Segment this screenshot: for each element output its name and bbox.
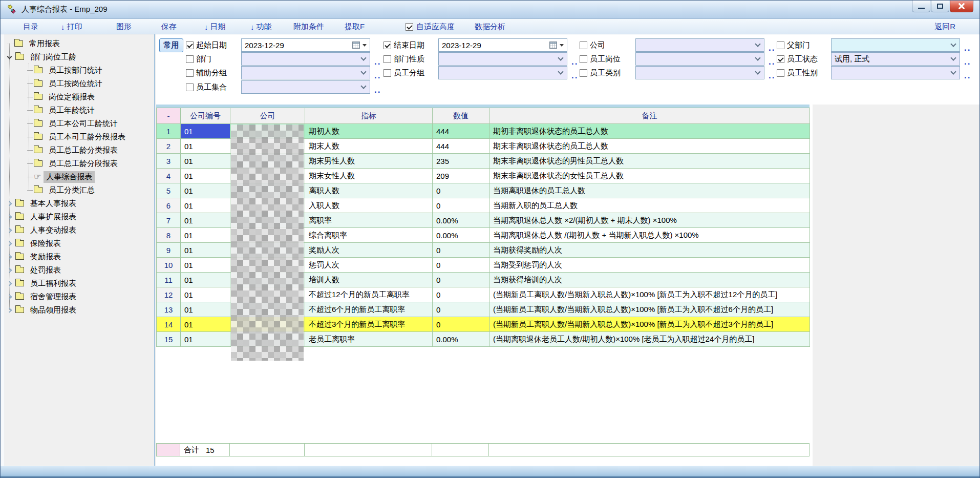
emp-gender-select[interactable] — [831, 66, 960, 79]
tree-item-emp-age-stats[interactable]: 员工年龄统计 — [27, 104, 97, 116]
tree-item-supplies-reports[interactable]: 物品领用报表 — [8, 304, 79, 316]
chevron-down-icon[interactable] — [558, 55, 563, 60]
menu-item-extra-condition[interactable]: 附加条件 — [293, 19, 324, 34]
table-row[interactable]: 1301不超过6个月的新员工离职率0(当期新员工离职人数/当期新入职总人数)×1… — [157, 302, 810, 317]
chevron-right-icon[interactable] — [7, 294, 12, 299]
emp-category-checkbox[interactable] — [580, 69, 587, 77]
company-select[interactable] — [635, 38, 764, 52]
table-row[interactable]: 901奖励人次0当期获得奖励的人次 — [157, 243, 810, 258]
end-date-input[interactable]: 2023-12-29 — [438, 38, 567, 52]
aux-group-checkbox[interactable] — [186, 69, 194, 77]
menu-item-save[interactable]: 保存 — [161, 19, 177, 34]
end-date-checkbox[interactable] — [384, 41, 391, 49]
common-tab-button[interactable]: 常用 — [159, 38, 183, 52]
emp-gender-checkbox[interactable] — [777, 69, 784, 77]
table-row[interactable]: 401期末女性人数209期末非离职退休状态的女性员工总人数 — [157, 169, 810, 183]
tree-item-hr-change-reports[interactable]: 人事变动报表 — [8, 224, 79, 236]
emp-status-checkbox[interactable] — [777, 55, 784, 63]
tree-item-company-tenure-stats[interactable]: 员工本公司工龄统计 — [27, 117, 120, 130]
menu-item-auto-height[interactable]: 自适应高度 — [406, 19, 455, 34]
chevron-right-icon[interactable] — [7, 214, 12, 219]
chevron-down-icon[interactable] — [950, 41, 956, 47]
emp-position-browse-button[interactable]: .. — [769, 52, 775, 66]
maximize-button[interactable] — [931, 1, 949, 12]
dept-type-checkbox[interactable] — [384, 55, 391, 63]
chevron-down-icon[interactable] — [7, 54, 12, 59]
chevron-down-icon[interactable] — [950, 55, 956, 60]
chevron-down-icon[interactable] — [755, 41, 760, 47]
auto-height-checkbox[interactable] — [406, 23, 413, 31]
table-row[interactable]: 1501老员工离职率0.00%(当期离职退休老员工人数/期初人数)×100% [… — [157, 332, 810, 347]
company-checkbox[interactable] — [580, 41, 587, 49]
tree-item-dormitory-reports[interactable]: 宿舍管理报表 — [8, 290, 79, 303]
menu-item-extract[interactable]: 提取F — [345, 19, 365, 34]
aux-group-select[interactable] — [241, 66, 370, 79]
menu-item-data-analysis[interactable]: 数据分析 — [475, 19, 505, 34]
dept-select[interactable] — [241, 52, 370, 66]
chevron-down-icon[interactable] — [755, 69, 760, 74]
emp-category-select[interactable] — [635, 66, 764, 79]
parent-dept-browse-button[interactable]: .. — [964, 38, 971, 52]
chevron-right-icon[interactable] — [7, 254, 12, 259]
chevron-down-icon[interactable] — [755, 55, 760, 60]
menu-item-function[interactable]: ↓功能 — [250, 19, 272, 34]
table-row[interactable]: 301期末男性人数235期末非离职退休状态的男性员工总人数 — [157, 154, 810, 169]
tree-item-emp-classification-summary[interactable]: 员工分类汇总 — [27, 184, 97, 196]
menu-item-catalog[interactable]: 目录 — [23, 19, 38, 34]
emp-position-checkbox[interactable] — [580, 55, 587, 63]
tree-item-emp-welfare-reports[interactable]: 员工福利报表 — [8, 277, 79, 289]
chevron-right-icon[interactable] — [7, 267, 12, 273]
emp-group-browse-button[interactable]: .. — [571, 66, 578, 79]
dept-type-select[interactable] — [438, 52, 567, 66]
company-browse-button[interactable]: .. — [769, 38, 775, 52]
tree-item-penalty-reports[interactable]: 处罚报表 — [8, 264, 63, 276]
dept-browse-button[interactable]: .. — [374, 52, 381, 66]
table-row[interactable]: 601入职人数0当期新入职的员工总人数 — [157, 198, 810, 213]
emp-status-select[interactable]: 试用, 正式 — [831, 52, 960, 66]
parent-dept-select[interactable] — [831, 38, 960, 52]
column-header-company[interactable]: 公司 — [230, 108, 305, 124]
chevron-right-icon[interactable] — [7, 241, 12, 246]
table-row[interactable]: 701离职率0.00%当期离职退休总人数 ×2/(期初人数 + 期末人数) ×1… — [157, 213, 810, 228]
tree-item-reward-reports[interactable]: 奖励报表 — [8, 251, 63, 263]
chevron-right-icon[interactable] — [7, 281, 12, 286]
dropdown-arrow-icon[interactable] — [363, 44, 367, 47]
table-row-highlighted[interactable]: 1401不超过3个月的新员工离职率0(当期新员工离职人数/当期新入职总人数)×1… — [157, 317, 810, 332]
tree-item-total-tenure-category[interactable]: 员工总工龄分类报表 — [27, 144, 120, 156]
column-header-remark[interactable]: 备注 — [489, 108, 810, 124]
table-row[interactable]: 501离职人数0当期离职退休的员工总人数 — [157, 183, 810, 198]
close-button[interactable] — [950, 1, 973, 12]
emp-group-select[interactable] — [438, 66, 567, 79]
emp-group-checkbox[interactable] — [384, 69, 391, 77]
emp-set-checkbox[interactable] — [186, 84, 194, 91]
emp-category-browse-button[interactable]: .. — [769, 66, 775, 79]
tree-item-common-reports[interactable]: 常用报表 — [8, 37, 62, 50]
tree-item-dept-position-tenure[interactable]: 部门岗位工龄 — [8, 51, 79, 63]
tree-item-company-tenure-segment[interactable]: 员工本司工龄分段报表 — [27, 131, 128, 143]
column-header-company-code[interactable]: 公司编号 — [181, 108, 230, 124]
chevron-down-icon[interactable] — [360, 55, 366, 60]
table-row[interactable]: 101期初人数444期初非离职退休状态的员工总人数 — [157, 124, 810, 139]
chevron-down-icon[interactable] — [360, 83, 366, 89]
tree-item-position-quota[interactable]: 岗位定额报表 — [27, 91, 97, 103]
table-row[interactable]: 1001惩罚人次0当期受到惩罚的人次 — [157, 258, 810, 273]
chevron-down-icon[interactable] — [558, 69, 563, 74]
tree-item-insurance-reports[interactable]: 保险报表 — [8, 237, 63, 250]
emp-status-browse-button[interactable]: .. — [964, 52, 971, 66]
emp-position-select[interactable] — [635, 52, 764, 66]
tree-item-emp-by-dept[interactable]: 员工按部门统计 — [27, 64, 105, 76]
chevron-right-icon[interactable] — [7, 227, 12, 233]
emp-set-browse-button[interactable]: .. — [374, 80, 381, 94]
calendar-icon[interactable] — [352, 41, 360, 49]
menu-item-graph[interactable]: 图形 — [116, 19, 132, 34]
tree-item-hr-extended-reports[interactable]: 人事扩展报表 — [8, 211, 79, 223]
aux-group-browse-button[interactable]: .. — [374, 66, 381, 79]
parent-dept-checkbox[interactable] — [777, 41, 784, 49]
tree-item-hr-comprehensive-report[interactable]: ☞人事综合报表 — [27, 171, 95, 183]
column-header-index[interactable]: - — [157, 108, 181, 124]
chevron-right-icon[interactable] — [7, 201, 12, 206]
start-date-input[interactable]: 2023-12-29 — [241, 38, 370, 52]
column-header-metric[interactable]: 指标 — [305, 108, 433, 124]
dept-checkbox[interactable] — [186, 55, 194, 63]
table-row[interactable]: 801综合离职率0.00%当期离职退休总人数 /(期初人数 + 当期新入职总人数… — [157, 228, 810, 243]
